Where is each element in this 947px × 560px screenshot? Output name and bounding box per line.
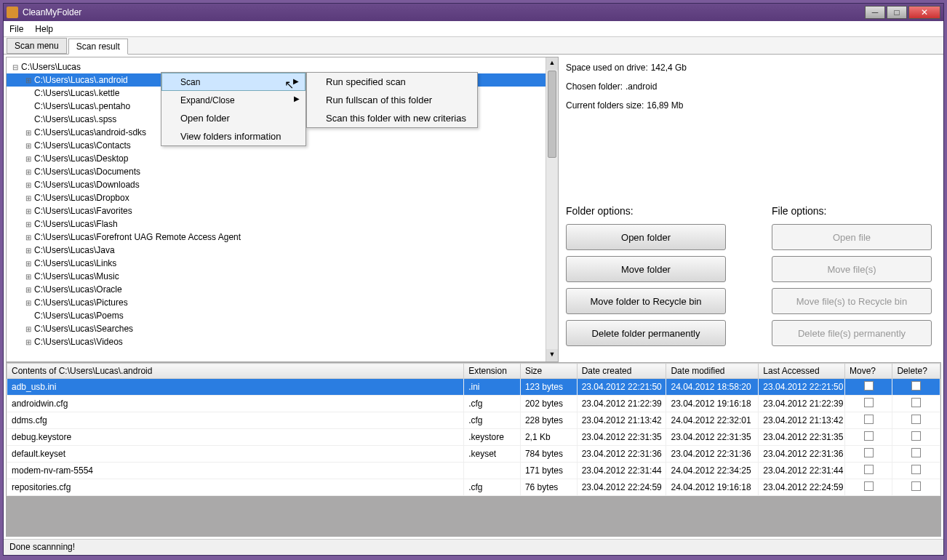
expand-icon[interactable] [24, 116, 33, 124]
cell-move[interactable] [844, 479, 892, 496]
expand-icon[interactable]: ⊞ [24, 325, 33, 333]
cell-move[interactable] [844, 446, 892, 463]
expand-icon[interactable]: ⊞ [24, 207, 33, 215]
expand-icon[interactable] [24, 103, 33, 111]
open-file-button[interactable]: Open file [772, 224, 932, 250]
scroll-down-icon[interactable]: ▼ [546, 349, 558, 361]
tree-item[interactable]: ⊞C:\Users\Lucas\Links [7, 257, 558, 270]
tree-scrollbar[interactable]: ▲ ▼ [546, 57, 558, 361]
maximize-button[interactable]: □ [887, 6, 907, 19]
col-move[interactable]: Move? [844, 364, 892, 379]
expand-icon[interactable]: ⊞ [24, 220, 33, 228]
checkbox-icon[interactable] [911, 465, 921, 474]
expand-icon[interactable]: ⊞ [24, 338, 33, 346]
context-menu-scan-sub[interactable]: Run specified scan Run fullscan of this … [306, 72, 478, 128]
expand-icon[interactable]: ⊞ [24, 142, 33, 150]
col-contents[interactable]: Contents of C:\Users\Lucas\.android [7, 364, 464, 379]
table-row[interactable]: ddms.cfg.cfg228 bytes23.04.2012 21:13:42… [7, 412, 940, 429]
scroll-thumb[interactable] [548, 71, 556, 158]
table-row[interactable]: androidwin.cfg.cfg202 bytes23.04.2012 21… [7, 396, 940, 412]
tree-item[interactable]: ⊞C:\Users\Lucas\Dropbox [7, 191, 558, 204]
expand-icon[interactable]: ⊞ [24, 247, 33, 255]
tree-item[interactable]: ⊞C:\Users\Lucas\Java [7, 244, 558, 257]
cell-delete[interactable] [892, 429, 940, 446]
tree-item[interactable]: ⊞C:\Users\Lucas\Desktop [7, 152, 558, 165]
close-button[interactable]: ✕ [908, 6, 940, 19]
tree-item[interactable]: ⊞C:\Users\Lucas\Searches [7, 322, 558, 335]
checkbox-icon[interactable] [911, 481, 921, 491]
checkbox-icon[interactable] [864, 381, 874, 391]
cell-move[interactable] [844, 379, 892, 396]
tab-scan-result[interactable]: Scan result [68, 39, 128, 55]
col-created[interactable]: Date created [577, 364, 666, 379]
ctx-open-folder[interactable]: Open folder [161, 109, 305, 127]
col-delete[interactable]: Delete? [892, 364, 940, 379]
cell-move[interactable] [844, 463, 892, 479]
cell-delete[interactable] [892, 412, 940, 429]
cell-delete[interactable] [892, 463, 940, 479]
checkbox-icon[interactable] [911, 381, 921, 391]
ctx-run-fullscan[interactable]: Run fullscan of this folder [307, 91, 477, 109]
recycle-files-button[interactable]: Move file(s) to Recycle bin [772, 288, 932, 314]
ctx-view-info[interactable]: View folders information [161, 127, 305, 145]
expand-icon[interactable]: ⊞ [24, 168, 33, 176]
expand-icon[interactable]: ⊞ [24, 129, 33, 137]
tree-item[interactable]: ⊞C:\Users\Lucas\Documents [7, 165, 558, 178]
tab-scan-menu[interactable]: Scan menu [7, 38, 67, 54]
col-modified[interactable]: Date modified [666, 364, 759, 379]
expand-icon[interactable]: ⊞ [24, 155, 33, 163]
tree-item[interactable]: ⊞C:\Users\Lucas\Pictures [7, 296, 558, 309]
ctx-scan[interactable]: Scan▶ [161, 73, 305, 91]
cell-delete[interactable] [892, 479, 940, 496]
tree-item[interactable]: ⊞C:\Users\Lucas\Downloads [7, 178, 558, 191]
delete-files-button[interactable]: Delete file(s) permanently [772, 320, 932, 346]
checkbox-icon[interactable] [911, 415, 921, 424]
cell-move[interactable] [844, 396, 892, 412]
col-extension[interactable]: Extension [464, 364, 521, 379]
menu-file[interactable]: File [9, 24, 23, 34]
cell-delete[interactable] [892, 396, 940, 412]
table-row[interactable]: default.keyset.keyset784 bytes23.04.2012… [7, 446, 940, 463]
tree-item[interactable]: ⊞C:\Users\Lucas\Oracle [7, 283, 558, 296]
tree-item[interactable]: ⊞C:\Users\Lucas\Flash [7, 217, 558, 231]
context-menu-main[interactable]: Scan▶ Expand/Close▶ Open folder View fol… [161, 72, 306, 146]
table-row[interactable]: debug.keystore.keystore2,1 Kb23.04.2012 … [7, 429, 940, 446]
cell-delete[interactable] [892, 379, 940, 396]
expand-icon[interactable]: ⊞ [24, 233, 33, 241]
tree-item[interactable]: ⊞C:\Users\Lucas\Videos [7, 335, 558, 348]
expand-icon[interactable]: ⊞ [24, 286, 33, 294]
ctx-run-specified[interactable]: Run specified scan [307, 73, 477, 91]
tree-item[interactable]: ⊞C:\Users\Lucas\Favorites [7, 204, 558, 217]
expand-icon[interactable] [24, 89, 33, 97]
expand-icon[interactable]: ⊞ [24, 260, 33, 268]
ctx-scan-new-criteria[interactable]: Scan this folder with new criterias [307, 109, 477, 127]
table-row[interactable]: repositories.cfg.cfg76 bytes23.04.2012 2… [7, 479, 940, 496]
table-row[interactable]: adb_usb.ini.ini123 bytes23.04.2012 22:21… [7, 379, 940, 396]
minimize-button[interactable]: ─ [865, 6, 885, 19]
expand-icon[interactable]: ⊞ [24, 76, 33, 84]
recycle-folder-button[interactable]: Move folder to Recycle bin [566, 288, 726, 314]
titlebar[interactable]: CleanMyFolder ─ □ ✕ [4, 4, 943, 21]
checkbox-icon[interactable] [864, 431, 874, 441]
col-size[interactable]: Size [520, 364, 577, 379]
expand-icon[interactable]: ⊞ [24, 181, 33, 189]
col-accessed[interactable]: Last Accessed [759, 364, 845, 379]
checkbox-icon[interactable] [864, 465, 874, 474]
checkbox-icon[interactable] [864, 398, 874, 407]
table-row[interactable]: modem-nv-ram-5554171 bytes23.04.2012 22:… [7, 463, 940, 479]
checkbox-icon[interactable] [911, 398, 921, 407]
checkbox-icon[interactable] [911, 431, 921, 441]
tree-item[interactable]: ⊞C:\Users\Lucas\Music [7, 270, 558, 283]
checkbox-icon[interactable] [864, 415, 874, 424]
checkbox-icon[interactable] [864, 481, 874, 491]
menu-help[interactable]: Help [35, 24, 53, 34]
delete-folder-button[interactable]: Delete folder permanently [566, 320, 726, 346]
cell-move[interactable] [844, 412, 892, 429]
scroll-up-icon[interactable]: ▲ [546, 57, 558, 70]
cell-move[interactable] [844, 429, 892, 446]
cell-delete[interactable] [892, 446, 940, 463]
open-folder-button[interactable]: Open folder [566, 224, 726, 250]
tree-item[interactable]: ⊞C:\Users\Lucas\Forefront UAG Remote Acc… [7, 231, 558, 244]
expand-icon[interactable] [24, 312, 33, 320]
checkbox-icon[interactable] [911, 448, 921, 457]
